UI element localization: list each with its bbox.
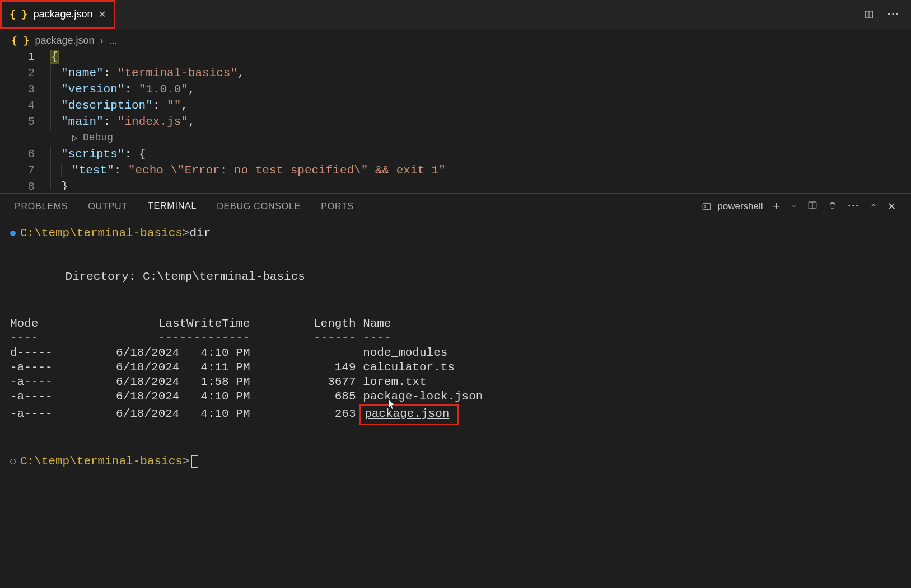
directory-listing: Mode LastWriteTime Length Name ---- ----…: [10, 317, 901, 425]
table-row: -a---- 6/18/2024 4:10 PM 685 package-loc…: [10, 389, 901, 404]
tab-problems[interactable]: PROBLEMS: [15, 196, 68, 217]
line-number: 6: [0, 146, 50, 162]
table-row: -a---- 6/18/2024 4:11 PM 149 calculator.…: [10, 360, 901, 375]
terminal-command: dir: [189, 226, 211, 241]
json-key: "scripts": [61, 148, 124, 161]
terminal-shell-selector[interactable]: powershell: [702, 201, 763, 212]
mouse-pointer-icon: [386, 398, 396, 412]
prompt-path: C:\temp\terminal-basics: [20, 226, 183, 241]
directory-header: Directory: C:\temp\terminal-basics: [10, 270, 901, 284]
split-editor-icon[interactable]: [863, 8, 875, 21]
json-key: "main": [61, 115, 104, 128]
svg-marker-2: [73, 135, 77, 140]
prompt-gt: >: [183, 226, 190, 241]
prompt-path: C:\temp\terminal-basics: [20, 454, 183, 469]
line-number: 8: [0, 178, 50, 190]
json-value: "terminal-basics": [118, 67, 237, 79]
svg-rect-3: [703, 203, 711, 209]
json-value: "": [167, 99, 181, 112]
prompt-status-dot: [10, 231, 16, 236]
close-tab-icon[interactable]: ✕: [99, 9, 106, 20]
tab-debug-console[interactable]: DEBUG CONSOLE: [217, 196, 301, 217]
terminal-body[interactable]: C:\temp\terminal-basics> dir Directory: …: [0, 219, 911, 476]
close-panel-icon[interactable]: ✕: [887, 200, 896, 213]
terminal-cursor: [191, 455, 198, 468]
json-file-icon: { }: [11, 35, 30, 46]
tab-output[interactable]: OUTPUT: [88, 196, 128, 217]
json-key: "test": [72, 164, 114, 177]
kill-terminal-icon[interactable]: [828, 200, 838, 213]
table-row: -a---- 6/18/2024 4:10 PM 263 package.jso…: [10, 404, 901, 425]
table-row: -a---- 6/18/2024 1:58 PM 3677 lorem.txt: [10, 375, 901, 389]
json-key: "description": [61, 99, 153, 112]
maximize-panel-icon[interactable]: [870, 201, 877, 211]
new-terminal-icon[interactable]: +: [773, 199, 781, 214]
json-value: "echo \"Error: no test specified\" && ex…: [128, 164, 446, 177]
table-divider: ---- ------------- ------ ----: [10, 331, 901, 346]
line-number: 4: [0, 97, 50, 114]
table-header: Mode LastWriteTime Length Name: [10, 317, 901, 331]
more-actions-icon[interactable]: ···: [887, 8, 900, 21]
file-link-package-json[interactable]: package.json: [359, 404, 459, 425]
brace-open: {: [50, 50, 59, 64]
json-key: "name": [61, 67, 104, 79]
tab-bar: { } package.json ✕ ···: [0, 0, 911, 29]
breadcrumb-file: package.json: [35, 35, 95, 46]
tab-terminal[interactable]: TERMINAL: [148, 195, 197, 217]
line-number: 2: [0, 65, 50, 81]
breadcrumb-separator: ›: [100, 35, 104, 46]
line-number: 5: [0, 114, 50, 130]
prompt-status-dot: [10, 459, 16, 464]
line-number: 1: [0, 49, 50, 65]
editor-tab-package-json[interactable]: { } package.json ✕: [0, 0, 115, 29]
shell-name: powershell: [717, 201, 763, 212]
line-number: 7: [0, 162, 50, 178]
json-value: "1.0.0": [139, 83, 188, 96]
codelens-label: Debug: [83, 130, 113, 146]
prompt-gt: >: [183, 454, 190, 469]
breadcrumb[interactable]: { } package.json › ...: [0, 29, 911, 49]
json-key: "version": [61, 83, 124, 96]
table-row: d----- 6/18/2024 4:10 PM node_modules: [10, 346, 901, 360]
code-editor[interactable]: 1 { 2 "name": "terminal-basics", 3 "vers…: [0, 49, 911, 190]
line-number: 3: [0, 81, 50, 97]
panel-more-icon[interactable]: ···: [848, 200, 859, 212]
json-value: "index.js": [118, 115, 188, 128]
split-terminal-icon[interactable]: [807, 200, 817, 213]
json-file-icon: { }: [10, 8, 28, 20]
tab-label: package.json: [34, 8, 93, 20]
tab-ports[interactable]: PORTS: [321, 196, 354, 217]
bottom-panel: PROBLEMS OUTPUT TERMINAL DEBUG CONSOLE P…: [0, 193, 911, 476]
brace-close: }: [61, 180, 68, 190]
breadcrumb-tail: ...: [109, 35, 118, 46]
terminal-dropdown-icon[interactable]: [791, 201, 797, 211]
codelens-debug[interactable]: Debug: [0, 130, 911, 146]
